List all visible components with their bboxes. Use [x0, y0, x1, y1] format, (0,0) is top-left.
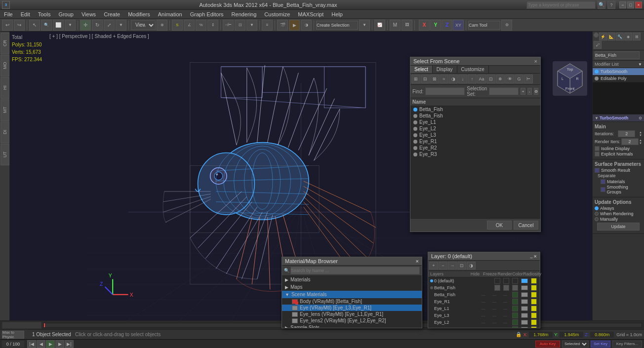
freeze-btn[interactable]: ❄ [496, 75, 505, 83]
manage-layers[interactable]: ≡ [262, 20, 273, 31]
mat-category-sample-slots[interactable]: ▶ Sample Slots [282, 324, 422, 328]
panel-icon-1[interactable]: ⚡ [599, 33, 607, 40]
select-all-btn[interactable]: ⊞ [411, 75, 420, 83]
child-btn[interactable]: ↓ [458, 75, 467, 83]
layer-freeze-default[interactable] [503, 278, 509, 284]
menu-customize[interactable]: Customize [262, 11, 292, 17]
render-button[interactable]: ▶ [289, 20, 300, 31]
tab-customize[interactable]: Customize [457, 66, 489, 73]
mat-category-materials[interactable]: ▶ Materials [282, 276, 422, 283]
frame-input[interactable] [2, 341, 24, 348]
layers-close[interactable]: × [534, 253, 537, 259]
sel-set-btn1[interactable]: + [521, 88, 525, 95]
timeline-bar[interactable] [2, 322, 41, 329]
list-item-eye-r2[interactable]: Eye_R2 [410, 145, 540, 151]
selection-set-input[interactable] [489, 87, 519, 95]
modifier-editable-poly[interactable]: Editable Poly [593, 75, 644, 82]
help-icon[interactable]: ? [607, 1, 615, 9]
iterations-spinner[interactable]: ▲▼ [639, 131, 642, 137]
menu-create[interactable]: Create [102, 11, 122, 17]
layer-color-eyl1[interactable] [521, 306, 528, 311]
new-layer-btn[interactable]: + [429, 262, 438, 270]
mat-item-body[interactable]: Body (VRayMtl) [Betta_Fish] [282, 298, 422, 305]
panel-icon-6[interactable]: 🖊 [594, 41, 602, 49]
undo-button[interactable]: ↩ [2, 20, 13, 31]
search-input[interactable] [526, 1, 596, 9]
menu-animation[interactable]: Animation [156, 11, 184, 17]
menu-graph-editors[interactable]: Graph Editors [188, 11, 226, 17]
menu-modifiers[interactable]: Modifiers [126, 11, 152, 17]
mat-category-maps[interactable]: ▶ Maps [282, 283, 422, 291]
tab-select[interactable]: Select [410, 66, 433, 73]
layer-row-eyl2[interactable]: Eye_L2 — — — [428, 319, 540, 326]
explicit-normals-checkbox[interactable] [595, 152, 600, 156]
search-icon[interactable]: 🔍 [598, 1, 605, 9]
redo-button[interactable]: ↪ [14, 20, 25, 31]
layer-hide-default[interactable] [494, 278, 500, 284]
cancel-button[interactable]: Cancel [514, 221, 538, 230]
menu-maxscript[interactable]: MAXScript [296, 11, 325, 17]
mirror-button[interactable]: ⊣⊢ [223, 20, 234, 31]
ok-button[interactable]: OK [487, 221, 512, 230]
menu-edit[interactable]: Edit [19, 11, 32, 17]
highlight-btn[interactable]: ◑ [449, 75, 458, 83]
select-invert-btn[interactable]: ⊠ [430, 75, 439, 83]
spinner-snap[interactable]: ⇕ [207, 20, 218, 31]
mat-item-eye[interactable]: Eye (VRayMtl) [Eye_L3,Eye_R1] [282, 305, 422, 311]
menu-group[interactable]: Group [56, 11, 76, 17]
render-iters-spinner[interactable]: ▲▼ [639, 139, 642, 145]
layer-render-eyr1[interactable] [512, 299, 518, 305]
render-iters-input[interactable] [621, 138, 639, 145]
align-button[interactable]: ⊡ [235, 20, 245, 31]
layer-hide-betta[interactable] [494, 285, 500, 291]
z-axis-btn[interactable]: Z [442, 20, 452, 31]
z-coord-input[interactable] [590, 331, 614, 338]
layer-radio-eyr3[interactable] [531, 326, 537, 328]
mat-category-scene[interactable]: ▼ Scene Materials [282, 291, 422, 298]
object-name-input[interactable] [595, 51, 640, 59]
y-coord-input[interactable] [559, 331, 584, 338]
curve-editor[interactable]: 📈 [374, 20, 385, 31]
layer-row-betta-sub[interactable]: Betta_Fish — — — [428, 291, 540, 298]
layer-render-eyl1[interactable] [512, 306, 518, 311]
navigation-cube[interactable]: Top R L Front [553, 61, 587, 96]
tab-display[interactable]: Display [433, 66, 457, 73]
render-setup[interactable]: 🎬 [277, 20, 288, 31]
layer-radio-eyr1[interactable] [531, 299, 537, 305]
delete-layer-btn[interactable]: − [439, 262, 447, 270]
select-none-btn[interactable]: ⊟ [421, 75, 430, 83]
panel-icon-4[interactable]: ◈ [624, 33, 632, 40]
update-button[interactable]: Update [597, 223, 640, 231]
goto-end-btn[interactable]: ▶| [65, 340, 74, 348]
xy-plane-btn[interactable]: XY [453, 20, 464, 31]
coord-system-dropdown[interactable]: View [131, 20, 156, 30]
always-radio[interactable] [595, 206, 599, 210]
layer-radiosity-betta[interactable] [531, 285, 537, 291]
select-objects-btn[interactable]: ⊡ [457, 262, 466, 270]
manually-radio[interactable] [595, 217, 599, 221]
parent-btn[interactable]: ↑ [468, 75, 477, 83]
mat-search-input[interactable] [290, 267, 420, 274]
layer-color-eyl3[interactable] [521, 313, 528, 318]
select-region-button[interactable]: ⬜ [53, 20, 64, 31]
goto-start-btn[interactable]: |◀ [27, 340, 36, 348]
menu-tools[interactable]: Tools [36, 11, 53, 17]
list-item-eye-l3[interactable]: Eye_L3 [410, 132, 540, 138]
material-editor[interactable]: M [390, 20, 401, 31]
layer-color-default[interactable] [521, 278, 528, 283]
menu-help[interactable]: Help [329, 11, 345, 17]
display-tab[interactable]: DI [0, 121, 9, 143]
layer-radio-eyl2[interactable] [531, 319, 537, 325]
align-dropdown[interactable]: ▼ [246, 20, 257, 31]
quick-render[interactable]: 🖼 [402, 20, 412, 31]
select-object-button[interactable]: ↖ [29, 20, 40, 31]
layers-minimize[interactable]: _ [530, 253, 533, 259]
named-sel-dropdown[interactable]: ▼ [359, 20, 370, 31]
mat-item-eye-lens2[interactable]: Eye_lens2 (VRayMtl) [Eye_L2,Eye_R2] [282, 317, 422, 324]
turbosmooth-expand[interactable]: ▼ [595, 116, 599, 120]
maximize-button[interactable]: □ [627, 1, 634, 8]
highlight-layer-btn[interactable]: ◑ [467, 262, 476, 270]
smoothing-groups-checkbox[interactable] [601, 187, 605, 192]
menu-rendering[interactable]: Rendering [230, 11, 259, 17]
modifier-turbosooth[interactable]: TurboSmooth [593, 68, 644, 75]
